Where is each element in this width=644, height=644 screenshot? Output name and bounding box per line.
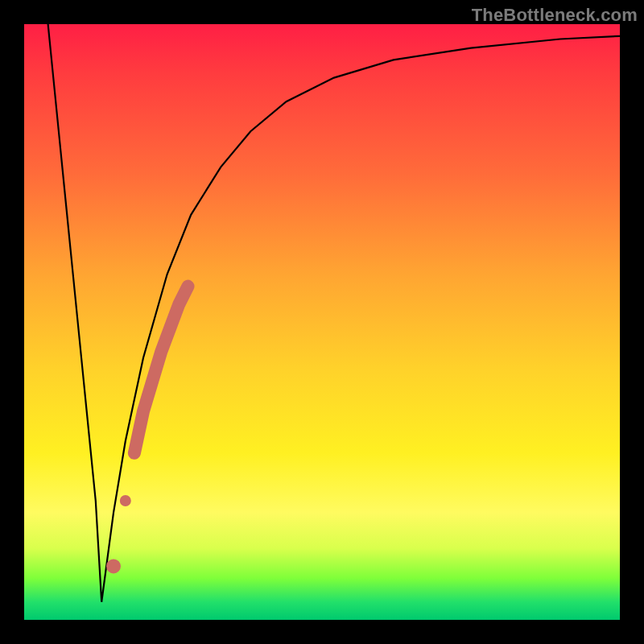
highlight-path (134, 287, 188, 453)
plot-area (24, 24, 620, 620)
curve-path (48, 24, 620, 602)
chart-frame: TheBottleneck.com (0, 0, 644, 644)
highlight-dot (106, 559, 121, 573)
chart-svg (24, 24, 620, 620)
highlight-dot (120, 495, 131, 506)
watermark-label: TheBottleneck.com (472, 5, 638, 26)
